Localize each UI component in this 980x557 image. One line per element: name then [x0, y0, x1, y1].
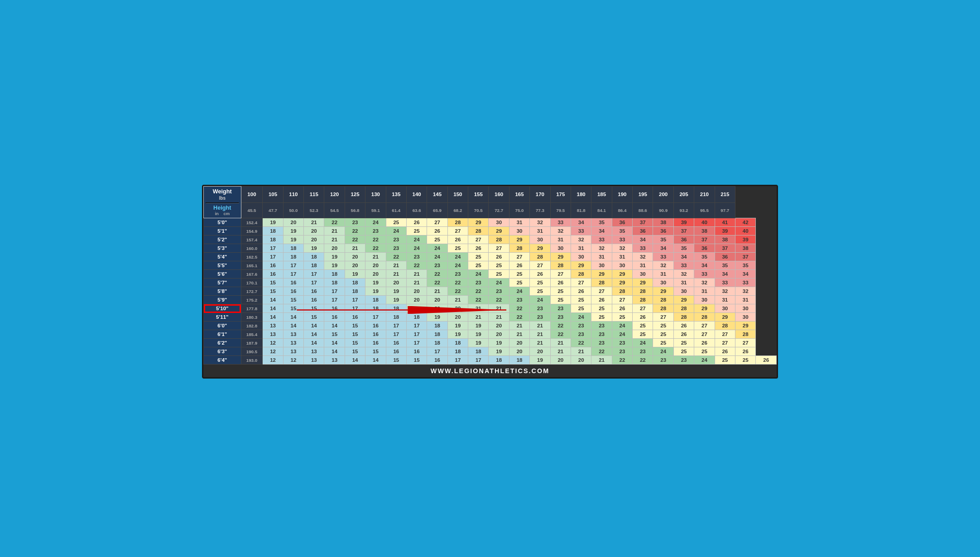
bmi-value: 23 [591, 322, 612, 330]
bmi-value: 26 [468, 244, 489, 253]
bmi-value: 34 [591, 227, 612, 235]
bmi-value: 30 [591, 261, 612, 270]
bmi-value: 25 [735, 356, 755, 365]
bmi-value: 26 [427, 227, 447, 235]
weight-lbs-header: 105 [263, 187, 283, 203]
bmi-value: 25 [427, 235, 447, 244]
bmi-value: 24 [653, 347, 673, 356]
bmi-value: 20 [365, 270, 386, 278]
bmi-value: 18 [489, 356, 509, 365]
table-row: 6'3"190.51213131415151616171818192020212… [204, 347, 777, 356]
bmi-value: 37 [715, 244, 735, 253]
bmi-value: 24 [612, 322, 632, 330]
header-row-b: 45.547.750.052.354.556.859.161.463.665.9… [204, 202, 777, 218]
bmi-value: 29 [673, 296, 694, 304]
bmi-value: 19 [489, 339, 509, 347]
bmi-value: 26 [530, 270, 550, 278]
bmi-value: 22 [386, 253, 406, 261]
bmi-value: 22 [571, 339, 591, 347]
bmi-value: 15 [386, 356, 406, 365]
bmi-value: 25 [550, 296, 571, 304]
height-cm-label: 182.8 [241, 322, 263, 330]
weight-lbs-header: 100 [241, 187, 263, 203]
bmi-value: 27 [715, 330, 735, 339]
bmi-value: 19 [468, 339, 489, 347]
bmi-value: 27 [468, 235, 489, 244]
weight-lbs-header: 115 [304, 187, 324, 203]
height-in-label: 5'11" [204, 313, 241, 322]
bmi-value: 20 [530, 347, 550, 356]
bmi-value: 28 [653, 304, 673, 313]
bmi-value: 32 [653, 261, 673, 270]
weight-lbs-header: 120 [324, 187, 345, 203]
height-in-label: 5'1" [204, 227, 241, 235]
bmi-value: 23 [571, 322, 591, 330]
bmi-value: 25 [550, 287, 571, 296]
weight-lbs-header: 200 [653, 187, 673, 203]
bmi-value: 41 [715, 218, 735, 227]
bmi-value: 24 [365, 218, 386, 227]
bmi-value: 12 [263, 347, 283, 356]
bmi-value: 17 [468, 356, 489, 365]
weight-kg-header: 95.5 [694, 202, 715, 218]
bmi-value: 26 [406, 218, 427, 227]
bmi-value: 29 [571, 261, 591, 270]
bmi-value: 24 [694, 356, 715, 365]
bmi-value: 31 [612, 253, 632, 261]
bmi-value: 17 [447, 356, 468, 365]
bmi-value: 26 [735, 347, 755, 356]
bmi-value: 16 [324, 304, 345, 313]
bmi-value: 22 [550, 322, 571, 330]
weight-kg-header: 86.4 [612, 202, 632, 218]
bmi-value: 27 [509, 253, 529, 261]
height-cm-label: 162.5 [241, 253, 263, 261]
weight-lbs-header: 185 [591, 187, 612, 203]
bmi-value: 21 [406, 270, 427, 278]
height-cm-label: 170.1 [241, 278, 263, 287]
bmi-value: 22 [365, 235, 386, 244]
bmi-value: 34 [735, 270, 755, 278]
bmi-value: 27 [715, 339, 735, 347]
bmi-value: 30 [653, 278, 673, 287]
bmi-value: 35 [673, 244, 694, 253]
bmi-value: 26 [694, 339, 715, 347]
height-cm-label: 152.4 [241, 218, 263, 227]
bmi-value: 28 [673, 304, 694, 313]
bmi-value: 38 [715, 235, 735, 244]
bmi-value: 20 [345, 253, 365, 261]
weight-kg-header: 59.1 [365, 202, 386, 218]
weight-lbs-header: 175 [550, 187, 571, 203]
height-cm-label: 187.9 [241, 339, 263, 347]
header-row-a: WeightlbsHeightin cm10010511011512012513… [204, 187, 777, 203]
bmi-value: 21 [324, 235, 345, 244]
bmi-value: 27 [447, 227, 468, 235]
bmi-value: 26 [633, 313, 653, 322]
table-row: 5'9"175.21415161717181920202122222324252… [204, 296, 777, 304]
bmi-value: 31 [715, 296, 735, 304]
weight-lbs-header: 130 [365, 187, 386, 203]
bmi-value: 32 [715, 287, 735, 296]
weight-lbs-header: 215 [715, 187, 735, 203]
bmi-value: 35 [612, 227, 632, 235]
bmi-value: 20 [406, 296, 427, 304]
bmi-value: 36 [715, 253, 735, 261]
table-row: 6'1"185.41313141515161717181919202121222… [204, 330, 777, 339]
bmi-value: 28 [715, 322, 735, 330]
bmi-value: 16 [263, 261, 283, 270]
bmi-value: 25 [673, 347, 694, 356]
bmi-value: 14 [263, 304, 283, 313]
bmi-value: 17 [304, 278, 324, 287]
weight-lbs-header: 195 [633, 187, 653, 203]
bmi-value: 24 [427, 253, 447, 261]
bmi-value: 34 [694, 261, 715, 270]
bmi-value: 33 [694, 270, 715, 278]
bmi-value: 16 [386, 347, 406, 356]
bmi-value: 25 [673, 339, 694, 347]
bmi-value: 23 [427, 261, 447, 270]
bmi-value: 18 [406, 313, 427, 322]
bmi-value: 33 [591, 235, 612, 244]
bmi-value: 19 [345, 270, 365, 278]
bmi-value: 40 [694, 218, 715, 227]
bmi-value: 17 [283, 270, 303, 278]
height-in-label: 5'3" [204, 244, 241, 253]
